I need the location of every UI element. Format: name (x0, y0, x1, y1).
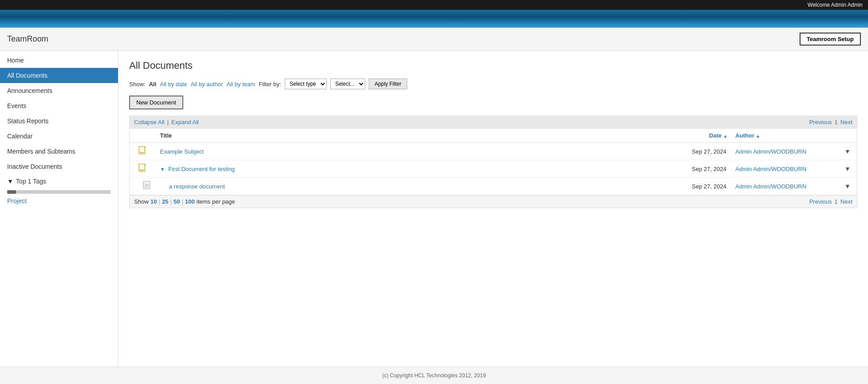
per-page-50[interactable]: 50 (173, 198, 180, 205)
header-title-col: Title (156, 129, 659, 143)
top-bar: Welcome Admin Admin (0, 0, 868, 10)
top-next-link[interactable]: Next (840, 119, 852, 125)
sidebar-item-members-subteams[interactable]: Members and Subteams (0, 144, 118, 159)
per-page-selector: Show 10 | 25 | 50 | 100 items per page (134, 198, 235, 205)
doc-title-link-1[interactable]: Example Subject (160, 148, 204, 155)
header-icon-col (130, 129, 156, 143)
content-area: All Documents Show: All All by date All … (118, 51, 868, 367)
doc-author-cell-1: Admin Admin/WOODBURN (731, 143, 838, 160)
doc-action-btn-3[interactable]: ▼ (843, 183, 852, 190)
documents-table: Title Date ▴ Author ▴ (130, 129, 857, 195)
copyright-text: (c) Copyright HCL Technologies 2012, 201… (382, 372, 486, 379)
date-sort-icon: ▴ (724, 134, 726, 138)
select-type-dropdown[interactable]: Select type (285, 79, 327, 89)
doc-action-cell-2: ▼ (838, 160, 857, 178)
doc-title-link-3[interactable]: a response document (169, 183, 225, 190)
toolbar-left: Collapse All | Expand All (134, 119, 199, 125)
top-tags-section[interactable]: ▼ Top 1 Tags (0, 174, 118, 188)
filter-bar: Show: All All by date All by author All … (129, 79, 857, 89)
page-title: All Documents (129, 60, 857, 71)
doc-action-btn-1[interactable]: ▼ (843, 148, 852, 155)
show-by-author-link[interactable]: All by author (190, 81, 223, 88)
sidebar-item-calendar[interactable]: Calendar (0, 129, 118, 144)
table-row: ▼ First Document for testing Sep 27, 202… (130, 160, 857, 178)
show-by-team-link[interactable]: All by team (227, 81, 255, 88)
show-all-link[interactable]: All (149, 81, 156, 88)
doc-date-2: Sep 27, 2024 (659, 160, 731, 178)
expand-icon-2[interactable]: ▼ (160, 167, 165, 172)
doc-author-link-3[interactable]: Admin Admin/WOODBURN (735, 183, 806, 190)
show-label-footer: Show (134, 198, 149, 205)
tags-section-label: Top 1 Tags (16, 178, 46, 185)
toolbar-separator: | (167, 119, 169, 125)
doc-title-cell-3: a response document (156, 178, 659, 195)
top-previous-link[interactable]: Previous (809, 119, 832, 125)
sidebar-item-home[interactable]: Home (0, 53, 118, 68)
sidebar-item-events[interactable]: Events (0, 98, 118, 113)
sep1: | (159, 198, 160, 205)
main-layout: Home All Documents Announcements Events … (0, 51, 868, 367)
bottom-previous-link[interactable]: Previous (809, 198, 832, 205)
tag-bar (7, 190, 111, 194)
teamroom-setup-button[interactable]: Teamroom Setup (800, 33, 861, 46)
header-author-col[interactable]: Author ▴ (731, 129, 838, 143)
documents-container: Collapse All | Expand All Previous 1 Nex… (129, 116, 857, 208)
table-row: Example Subject Sep 27, 2024 Admin Admin… (130, 143, 857, 160)
tag-fill (7, 190, 16, 194)
doc-icon-3 (130, 178, 156, 195)
svg-rect-6 (143, 181, 150, 189)
sep2: | (170, 198, 172, 205)
per-page-100[interactable]: 100 (185, 198, 195, 205)
welcome-text: Welcome Admin Admin (808, 2, 863, 8)
sidebar-item-status-reports[interactable]: Status Reports (0, 113, 118, 129)
page-footer: (c) Copyright HCL Technologies 2012, 201… (0, 367, 868, 384)
show-label: Show: (129, 81, 145, 88)
apply-filter-button[interactable]: Apply Filter (369, 79, 407, 89)
doc-title-cell-1: Example Subject (156, 143, 659, 160)
sidebar-item-all-documents[interactable]: All Documents (0, 68, 118, 83)
show-by-date-link[interactable]: All by date (160, 81, 187, 88)
header-action-col (838, 129, 857, 143)
table-header-row: Title Date ▴ Author ▴ (130, 129, 857, 143)
doc-author-link-1[interactable]: Admin Admin/WOODBURN (735, 148, 806, 155)
doc-icon-2 (130, 160, 156, 178)
bottom-next-link[interactable]: Next (840, 198, 852, 205)
author-sort-icon: ▴ (757, 134, 759, 138)
doc-title-cell-2: ▼ First Document for testing (156, 160, 659, 178)
sep3: | (182, 198, 183, 205)
blue-bar (0, 10, 868, 28)
collapse-all-link[interactable]: Collapse All (134, 119, 164, 125)
sidebar-project-link[interactable]: Project (0, 196, 118, 206)
doc-date-1: Sep 27, 2024 (659, 143, 731, 160)
doc-icon-1 (130, 143, 156, 160)
doc-author-cell-2: Admin Admin/WOODBURN (731, 160, 838, 178)
svg-marker-2 (145, 146, 146, 148)
doc-author-cell-3: Admin Admin/WOODBURN (731, 178, 838, 195)
header-date-col[interactable]: Date ▴ (659, 129, 731, 143)
doc-title-link-2[interactable]: First Document for testing (169, 166, 235, 172)
app-title: TeamRoom (7, 34, 48, 44)
doc-action-cell-1: ▼ (838, 143, 857, 160)
doc-action-cell-3: ▼ (838, 178, 857, 195)
svg-rect-1 (140, 152, 144, 153)
sidebar-item-inactive-documents[interactable]: Inactive Documents (0, 159, 118, 174)
per-page-25[interactable]: 25 (162, 198, 168, 205)
bottom-page-number: 1 (834, 198, 838, 205)
new-document-button[interactable]: New Document (129, 96, 183, 109)
top-page-number: 1 (834, 119, 838, 125)
doc-author-link-2[interactable]: Admin Admin/WOODBURN (735, 166, 806, 172)
bottom-pagination: Previous 1 Next (809, 198, 852, 205)
select-value-dropdown[interactable]: Select... (330, 79, 365, 89)
doc-date-3: Sep 27, 2024 (659, 178, 731, 195)
per-page-10[interactable]: 10 (151, 198, 157, 205)
items-per-page-label: items per page (197, 198, 235, 205)
doc-action-btn-2[interactable]: ▼ (843, 165, 852, 172)
chevron-down-icon: ▼ (7, 178, 13, 185)
docs-footer: Show 10 | 25 | 50 | 100 items per page P… (130, 195, 857, 208)
expand-all-link[interactable]: Expand All (171, 119, 198, 125)
table-row: a response document Sep 27, 2024 Admin A… (130, 178, 857, 195)
svg-marker-5 (145, 164, 146, 165)
sidebar-item-announcements[interactable]: Announcements (0, 83, 118, 98)
docs-toolbar: Collapse All | Expand All Previous 1 Nex… (130, 116, 857, 129)
top-pagination: Previous 1 Next (809, 119, 852, 125)
